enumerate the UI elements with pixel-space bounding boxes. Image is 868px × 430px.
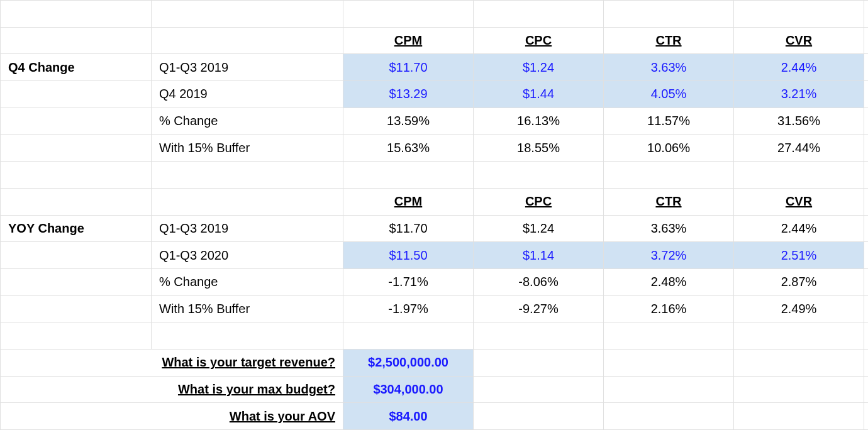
value-cell[interactable]: 11.57% bbox=[604, 108, 734, 135]
answer-max-budget[interactable]: $304,000.00 bbox=[343, 376, 474, 403]
cell[interactable] bbox=[604, 349, 734, 376]
cell[interactable] bbox=[604, 1, 734, 28]
cell[interactable] bbox=[864, 135, 869, 162]
cell[interactable] bbox=[474, 349, 604, 376]
column-header-cvr[interactable]: CVR bbox=[734, 188, 864, 215]
section-title-q4[interactable]: Q4 Change bbox=[1, 54, 152, 81]
cell[interactable] bbox=[864, 403, 869, 430]
column-header-cpc[interactable]: CPC bbox=[474, 188, 604, 215]
value-cell[interactable]: 2.51% bbox=[734, 242, 864, 269]
row-label[interactable]: With 15% Buffer bbox=[152, 135, 343, 162]
cell[interactable] bbox=[152, 1, 343, 28]
cell[interactable] bbox=[1, 242, 152, 269]
cell[interactable] bbox=[604, 322, 734, 350]
value-cell[interactable]: 10.06% bbox=[604, 135, 734, 162]
cell[interactable] bbox=[734, 403, 864, 430]
value-cell[interactable]: 2.44% bbox=[734, 215, 864, 242]
cell[interactable] bbox=[343, 322, 474, 350]
value-cell[interactable]: 2.87% bbox=[734, 268, 864, 295]
cell[interactable] bbox=[864, 376, 869, 403]
value-cell[interactable]: $13.29 bbox=[343, 81, 474, 108]
cell[interactable] bbox=[864, 108, 869, 135]
row-label[interactable]: Q1-Q3 2019 bbox=[152, 215, 343, 242]
cell[interactable] bbox=[474, 376, 604, 403]
cell[interactable] bbox=[864, 162, 869, 189]
cell[interactable] bbox=[1, 81, 152, 108]
cell[interactable] bbox=[1, 188, 152, 215]
cell[interactable] bbox=[1, 108, 152, 135]
cell[interactable] bbox=[152, 27, 343, 54]
column-header-cvr[interactable]: CVR bbox=[734, 27, 864, 54]
value-cell[interactable]: $1.24 bbox=[474, 54, 604, 81]
row-label[interactable]: Q1-Q3 2019 bbox=[152, 54, 343, 81]
column-header-cpm[interactable]: CPM bbox=[343, 188, 474, 215]
value-cell[interactable]: 31.56% bbox=[734, 108, 864, 135]
cell[interactable] bbox=[1, 322, 152, 350]
column-header-cpc[interactable]: CPC bbox=[474, 27, 604, 54]
question-aov[interactable]: What is your AOV bbox=[1, 403, 343, 430]
cell[interactable] bbox=[734, 162, 864, 189]
cell[interactable] bbox=[604, 376, 734, 403]
cell[interactable] bbox=[864, 268, 869, 295]
value-cell[interactable]: 4.05% bbox=[604, 81, 734, 108]
cell[interactable] bbox=[1, 268, 152, 295]
value-cell[interactable]: -8.06% bbox=[474, 268, 604, 295]
section-title-yoy[interactable]: YOY Change bbox=[1, 215, 152, 242]
value-cell[interactable]: 16.13% bbox=[474, 108, 604, 135]
column-header-cpm[interactable]: CPM bbox=[343, 27, 474, 54]
cell[interactable] bbox=[1, 295, 152, 322]
cell[interactable] bbox=[604, 162, 734, 189]
value-cell[interactable]: $11.70 bbox=[343, 54, 474, 81]
cell[interactable] bbox=[1, 1, 152, 28]
cell[interactable] bbox=[864, 215, 869, 242]
cell[interactable] bbox=[864, 295, 869, 322]
cell[interactable] bbox=[864, 188, 869, 215]
cell[interactable] bbox=[604, 403, 734, 430]
cell[interactable] bbox=[864, 349, 869, 376]
cell[interactable] bbox=[864, 54, 869, 81]
cell[interactable] bbox=[864, 81, 869, 108]
column-header-ctr[interactable]: CTR bbox=[604, 188, 734, 215]
cell[interactable] bbox=[152, 322, 343, 350]
cell[interactable] bbox=[474, 403, 604, 430]
value-cell[interactable]: 13.59% bbox=[343, 108, 474, 135]
value-cell[interactable]: $11.50 bbox=[343, 242, 474, 269]
value-cell[interactable]: $1.14 bbox=[474, 242, 604, 269]
cell[interactable] bbox=[152, 188, 343, 215]
cell[interactable] bbox=[152, 162, 343, 189]
value-cell[interactable]: 2.49% bbox=[734, 295, 864, 322]
row-label[interactable]: With 15% Buffer bbox=[152, 295, 343, 322]
cell[interactable] bbox=[1, 162, 152, 189]
cell[interactable] bbox=[864, 322, 869, 350]
value-cell[interactable]: 2.48% bbox=[604, 268, 734, 295]
answer-target-revenue[interactable]: $2,500,000.00 bbox=[343, 349, 474, 376]
cell[interactable] bbox=[474, 162, 604, 189]
value-cell[interactable]: -1.71% bbox=[343, 268, 474, 295]
cell[interactable] bbox=[734, 1, 864, 28]
value-cell[interactable]: 27.44% bbox=[734, 135, 864, 162]
row-label[interactable]: % Change bbox=[152, 108, 343, 135]
cell[interactable] bbox=[734, 349, 864, 376]
value-cell[interactable]: 15.63% bbox=[343, 135, 474, 162]
column-header-ctr[interactable]: CTR bbox=[604, 27, 734, 54]
cell[interactable] bbox=[864, 1, 869, 28]
cell[interactable] bbox=[1, 27, 152, 54]
cell[interactable] bbox=[1, 135, 152, 162]
value-cell[interactable]: -9.27% bbox=[474, 295, 604, 322]
value-cell[interactable]: 3.63% bbox=[604, 54, 734, 81]
answer-aov[interactable]: $84.00 bbox=[343, 403, 474, 430]
value-cell[interactable]: -1.97% bbox=[343, 295, 474, 322]
cell[interactable] bbox=[343, 162, 474, 189]
value-cell[interactable]: $1.44 bbox=[474, 81, 604, 108]
value-cell[interactable]: $1.24 bbox=[474, 215, 604, 242]
cell[interactable] bbox=[474, 1, 604, 28]
value-cell[interactable]: 2.44% bbox=[734, 54, 864, 81]
cell[interactable] bbox=[734, 322, 864, 350]
row-label[interactable]: % Change bbox=[152, 268, 343, 295]
cell[interactable] bbox=[864, 27, 869, 54]
value-cell[interactable]: $11.70 bbox=[343, 215, 474, 242]
row-label[interactable]: Q1-Q3 2020 bbox=[152, 242, 343, 269]
value-cell[interactable]: 2.16% bbox=[604, 295, 734, 322]
value-cell[interactable]: 3.72% bbox=[604, 242, 734, 269]
cell[interactable] bbox=[343, 1, 474, 28]
